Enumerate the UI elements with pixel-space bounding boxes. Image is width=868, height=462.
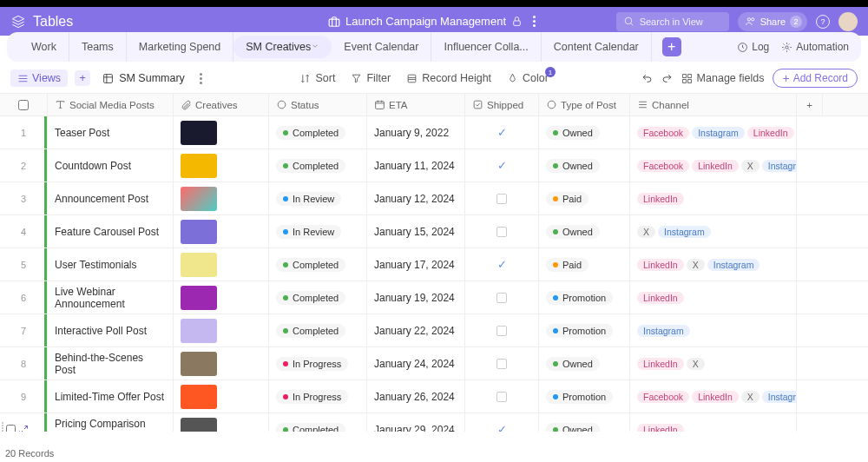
type-cell[interactable]: Owned — [539, 215, 630, 248]
table-row[interactable]: 1Teaser PostCompletedJanuary 9, 2022✓Own… — [0, 116, 868, 149]
select-all-checkbox[interactable] — [0, 94, 48, 116]
creative-cell[interactable] — [174, 281, 269, 314]
channel-cell[interactable]: FacebookLinkedInXInstagram — [630, 149, 797, 182]
post-cell[interactable]: Countdown Post — [48, 149, 174, 182]
creative-thumbnail[interactable] — [181, 286, 217, 310]
col-type[interactable]: Type of Post — [539, 94, 630, 116]
drag-handle-icon[interactable] — [2, 422, 3, 432]
post-cell[interactable]: Feature Carousel Post — [48, 215, 174, 248]
creative-thumbnail[interactable] — [181, 385, 217, 409]
search-input[interactable]: Search in View — [616, 12, 729, 31]
help-icon[interactable]: ? — [816, 15, 830, 29]
lock-icon[interactable] — [511, 16, 523, 27]
type-cell[interactable]: Owned — [539, 413, 630, 432]
status-cell[interactable]: Completed — [269, 314, 367, 346]
table-row[interactable]: 9Limited-Time Offer PostIn ProgressJanua… — [0, 380, 868, 413]
creative-cell[interactable] — [174, 116, 269, 148]
eta-cell[interactable]: January 9, 2022 — [367, 116, 465, 148]
status-cell[interactable]: In Progress — [269, 347, 367, 380]
add-column-button[interactable]: + — [797, 94, 823, 116]
post-cell[interactable]: Behind-the-Scenes Post — [48, 347, 174, 380]
view-name[interactable]: SM Summary — [102, 72, 185, 84]
expand-icon[interactable] — [18, 425, 29, 432]
table-row[interactable]: 3Announcement PostIn ReviewJanuary 12, 2… — [0, 182, 868, 215]
channel-cell[interactable]: FacebookLinkedInXInstagram — [630, 380, 797, 412]
shipped-cell[interactable] — [465, 215, 539, 248]
col-creatives[interactable]: Creatives — [174, 94, 269, 116]
type-cell[interactable]: Promotion — [539, 314, 630, 346]
row-checkbox[interactable] — [6, 425, 16, 432]
shipped-cell[interactable] — [465, 281, 539, 314]
type-cell[interactable]: Promotion — [539, 281, 630, 314]
eta-cell[interactable]: January 24, 2024 — [367, 347, 465, 380]
post-cell[interactable]: Limited-Time Offer Post — [48, 380, 174, 412]
creative-thumbnail[interactable] — [181, 220, 217, 244]
shipped-cell[interactable] — [465, 182, 539, 214]
type-cell[interactable]: Owned — [539, 149, 630, 182]
row-height-button[interactable]: Record Height — [406, 72, 491, 84]
table-row[interactable]: 2Countdown PostCompletedJanuary 11, 2024… — [0, 149, 868, 182]
views-button[interactable]: Views — [10, 69, 68, 87]
creative-thumbnail[interactable] — [181, 352, 217, 376]
shipped-cell[interactable] — [465, 347, 539, 380]
col-shipped[interactable]: Shipped — [465, 94, 539, 116]
status-cell[interactable]: Completed — [269, 281, 367, 314]
status-cell[interactable]: Completed — [269, 116, 367, 148]
channel-cell[interactable]: LinkedIn — [630, 413, 797, 432]
creative-cell[interactable] — [174, 413, 269, 432]
undo-icon[interactable] — [641, 73, 653, 84]
channel-cell[interactable]: Instagram — [630, 314, 797, 346]
channel-cell[interactable]: LinkedIn — [630, 182, 797, 214]
channel-cell[interactable]: FacebookInstagramLinkedInX — [630, 116, 797, 148]
col-posts[interactable]: Social Media Posts — [48, 94, 174, 116]
status-cell[interactable]: In Progress — [269, 380, 367, 412]
eta-cell[interactable]: January 29, 2024 — [367, 413, 465, 432]
add-view-button[interactable]: + — [75, 70, 90, 86]
creative-thumbnail[interactable] — [181, 253, 217, 277]
view-more-icon[interactable] — [195, 73, 207, 84]
manage-fields-button[interactable]: Manage fields — [681, 72, 765, 84]
eta-cell[interactable]: January 11, 2024 — [367, 149, 465, 182]
post-cell[interactable]: Pricing Comparison Post — [48, 413, 174, 432]
creative-thumbnail[interactable] — [181, 154, 217, 178]
shipped-cell[interactable]: ✓ — [465, 413, 539, 432]
status-cell[interactable]: Completed — [269, 413, 367, 432]
automation-button[interactable]: Automation — [781, 41, 849, 53]
channel-cell[interactable]: XInstagram — [630, 215, 797, 248]
tab-content-calendar[interactable]: Content Calendar — [542, 32, 652, 62]
eta-cell[interactable]: January 12, 2024 — [367, 182, 465, 214]
tab-teams[interactable]: Teams — [69, 32, 127, 62]
table-row[interactable]: 4Feature Carousel PostIn ReviewJanuary 1… — [0, 215, 868, 248]
shipped-cell[interactable] — [465, 314, 539, 346]
table-row[interactable]: 7Interactive Poll PostCompletedJanuary 2… — [0, 314, 868, 347]
post-cell[interactable]: Live Webinar Announcement — [48, 281, 174, 314]
creative-cell[interactable] — [174, 314, 269, 346]
status-cell[interactable]: In Review — [269, 182, 367, 214]
creative-cell[interactable] — [174, 380, 269, 412]
shipped-cell[interactable]: ✓ — [465, 248, 539, 280]
shipped-cell[interactable]: ✓ — [465, 149, 539, 182]
channel-cell[interactable]: LinkedInX — [630, 347, 797, 380]
type-cell[interactable]: Paid — [539, 182, 630, 214]
doc-title[interactable]: Launch Campaign Management — [345, 15, 506, 28]
creative-cell[interactable] — [174, 182, 269, 214]
shipped-cell[interactable]: ✓ — [465, 116, 539, 148]
eta-cell[interactable]: January 17, 2024 — [367, 248, 465, 280]
shipped-cell[interactable] — [465, 380, 539, 412]
eta-cell[interactable]: January 19, 2024 — [367, 281, 465, 314]
eta-cell[interactable]: January 26, 2024 — [367, 380, 465, 412]
post-cell[interactable]: Announcement Post — [48, 182, 174, 214]
more-menu-icon[interactable] — [528, 16, 540, 27]
creative-cell[interactable] — [174, 149, 269, 182]
sort-button[interactable]: Sort — [299, 72, 335, 84]
table-row[interactable]: 6Live Webinar AnnouncementCompletedJanua… — [0, 281, 868, 314]
col-status[interactable]: Status — [269, 94, 367, 116]
eta-cell[interactable]: January 15, 2024 — [367, 215, 465, 248]
creative-thumbnail[interactable] — [181, 121, 217, 145]
creative-thumbnail[interactable] — [181, 418, 217, 432]
type-cell[interactable]: Promotion — [539, 380, 630, 412]
tab-sm-creatives[interactable]: SM Creatives — [233, 36, 332, 58]
type-cell[interactable]: Paid — [539, 248, 630, 280]
filter-button[interactable]: Filter — [351, 72, 391, 84]
creative-cell[interactable] — [174, 347, 269, 380]
